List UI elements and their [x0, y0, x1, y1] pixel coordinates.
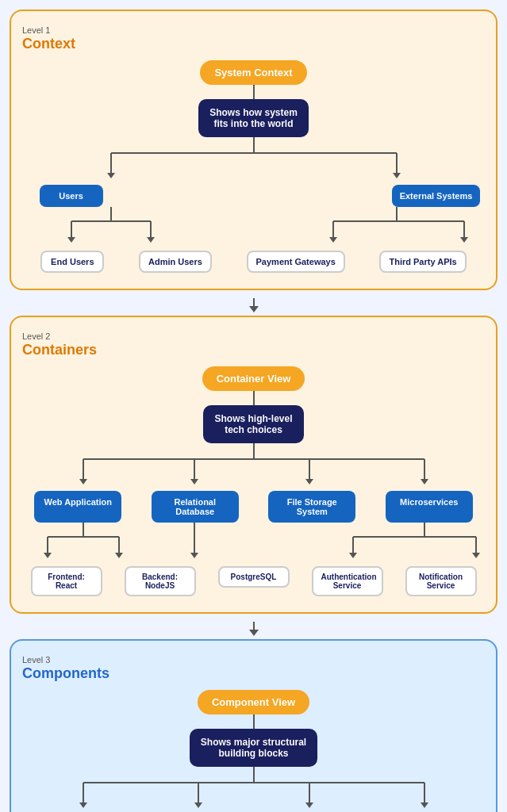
level3-title: Components [22, 665, 485, 682]
svg-marker-39 [349, 553, 357, 558]
v-connector [253, 85, 255, 99]
component-view-node: Component View [198, 690, 309, 714]
relational-db-node: RelationalDatabase [152, 491, 239, 523]
svg-marker-51 [421, 802, 428, 808]
end-users-node: End Users [40, 251, 104, 273]
mid-tree-svg-1 [24, 137, 484, 185]
notification-service-node: NotificationService [405, 566, 477, 596]
connector-1-2 [10, 298, 497, 312]
svg-marker-45 [79, 802, 87, 808]
svg-marker-17 [460, 237, 468, 243]
center-node-3: Shows major structuralbuilding blocks [190, 729, 317, 767]
level3-diagram: Component View Shows major structuralbui… [22, 690, 485, 812]
payment-gateways-node: Payment Gateways [247, 251, 345, 273]
connector-2-3 [10, 622, 497, 636]
system-context-node: System Context [200, 60, 306, 85]
level1-title: Context [22, 36, 485, 52]
backend-nodejs-node: Backend: NodeJS [125, 566, 196, 596]
level3-label: Level 3 [22, 655, 485, 665]
level1-diagram: System Context Shows how systemfits into… [22, 60, 485, 273]
svg-marker-5 [393, 173, 401, 178]
mid-nodes-row-1: Users External Systems [24, 185, 484, 207]
external-systems-node: External Systems [392, 185, 481, 207]
mid-tree-svg-2 [20, 443, 488, 491]
bottom-tree-svg-1 [24, 207, 484, 251]
bottom-nodes-row-2: Frontend: React Backend: NodeJS PostgreS… [20, 566, 488, 596]
center-node-1: Shows how systemfits into the world [198, 99, 309, 137]
svg-marker-35 [190, 553, 198, 558]
svg-marker-15 [329, 237, 337, 243]
level2-diagram: Container View Shows high-leveltech choi… [22, 366, 485, 596]
postgresql-node: PostgreSQL [218, 566, 290, 588]
svg-marker-11 [147, 237, 155, 243]
level2-box: Level 2 Containers Container View Shows … [10, 316, 497, 614]
level2-label: Level 2 [22, 331, 485, 341]
level1-label: Level 1 [22, 25, 485, 35]
level1-box: Level 1 Context System Context Shows how… [10, 10, 497, 290]
svg-marker-23 [190, 479, 198, 485]
svg-marker-9 [67, 237, 75, 243]
svg-marker-31 [44, 553, 52, 558]
auth-service-node: AuthenticationService [312, 566, 383, 596]
users-node: Users [40, 185, 103, 207]
file-storage-node: File StorageSystem [268, 491, 355, 523]
container-view-node: Container View [202, 366, 305, 391]
v-connector-2 [253, 391, 255, 405]
svg-marker-41 [472, 553, 480, 558]
frontend-react-node: Frontend: React [31, 566, 102, 596]
svg-marker-33 [115, 553, 123, 558]
level3-box: Level 3 Components Component View Shows … [10, 639, 497, 812]
third-party-apis-node: Third Party APIs [379, 251, 466, 273]
microservices-node: Microservices [386, 491, 473, 523]
level2-title: Containers [22, 342, 485, 358]
bottom-tree-svg-2 [20, 523, 488, 566]
center-node-2: Shows high-leveltech choices [203, 405, 303, 443]
bottom-nodes-row-1: End Users Admin Users Payment Gateways T… [24, 251, 484, 273]
svg-marker-27 [421, 479, 428, 485]
svg-marker-47 [194, 802, 202, 808]
svg-marker-3 [107, 173, 115, 178]
svg-marker-21 [79, 479, 87, 485]
v-connector-3 [253, 714, 255, 729]
admin-users-node: Admin Users [139, 251, 212, 273]
mid-tree-svg-3 [20, 767, 488, 812]
web-app-node: Web Application [34, 491, 121, 523]
svg-marker-25 [305, 479, 313, 485]
svg-marker-49 [305, 802, 313, 808]
mid-nodes-row-2: Web Application RelationalDatabase File … [20, 491, 488, 523]
